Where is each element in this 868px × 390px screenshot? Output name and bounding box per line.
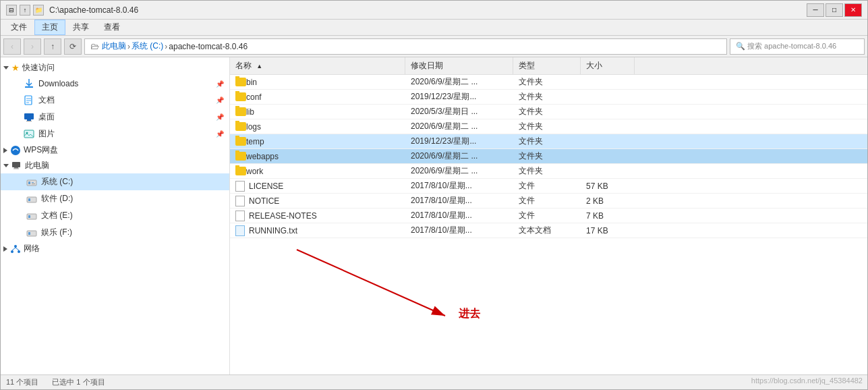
back-button[interactable]: ‹ <box>3 38 21 55</box>
downloads-icon <box>24 78 34 89</box>
folder-icon <box>235 107 246 116</box>
svg-point-22 <box>11 250 13 253</box>
svg-rect-5 <box>24 130 34 138</box>
file-txt-icon <box>235 225 245 236</box>
refresh-button[interactable]: ⟳ <box>64 38 82 55</box>
table-row[interactable]: work 2020/6/9/星期二 ... 文件夹 <box>230 164 867 179</box>
file-list: 名称 ▲ 修改日期 类型 大小 bin 2020/6/9 <box>230 57 867 374</box>
table-row[interactable]: bin 2020/6/9/星期二 ... 文件夹 <box>230 75 867 90</box>
menu-file[interactable]: 文件 <box>3 20 34 35</box>
file-name-release: RELEASE-NOTES <box>230 209 405 223</box>
f-drive-icon <box>26 227 37 238</box>
quick-access-header[interactable]: ★ 快速访问 <box>1 60 229 76</box>
svg-point-7 <box>11 146 20 155</box>
file-doc-icon <box>235 181 245 192</box>
sidebar-item-desktop[interactable]: 桌面 📌 <box>1 109 229 126</box>
sidebar-item-documents[interactable]: 文档 📌 <box>1 92 229 109</box>
svg-rect-16 <box>28 198 30 201</box>
table-row[interactable]: lib 2020/5/3/星期日 ... 文件夹 <box>230 105 867 119</box>
table-row[interactable]: conf 2019/12/23/星期... 文件夹 <box>230 90 867 105</box>
file-type-logs: 文件夹 <box>513 119 581 134</box>
network-header[interactable]: 网络 <box>1 241 229 256</box>
up-button[interactable]: ↑ <box>44 38 61 55</box>
file-size-conf <box>581 96 635 99</box>
col-header-type[interactable]: 类型 <box>513 57 581 74</box>
status-bar: 11 个项目 已选中 1 个项目 <box>1 374 867 389</box>
title-bar-icons: ⊟ ↑ 📁 <box>6 5 44 16</box>
address-bar[interactable]: 🗁 此电脑 › 系统 (C:) › apache-tomcat-8.0.46 <box>84 38 727 55</box>
f-drive-label: 娱乐 (F:) <box>41 227 72 238</box>
svg-rect-8 <box>12 162 20 167</box>
sidebar-item-c[interactable]: 系统 (C:) <box>1 173 229 190</box>
address-pc[interactable]: 此电脑 <box>102 40 126 52</box>
sidebar-item-f[interactable]: 娱乐 (F:) <box>1 224 229 241</box>
file-size-license: 57 KB <box>581 180 635 192</box>
file-name-notice: NOTICE <box>230 194 405 208</box>
menu-view[interactable]: 查看 <box>96 20 127 35</box>
col-header-name[interactable]: 名称 ▲ <box>230 57 405 74</box>
sidebar-item-e[interactable]: 文档 (E:) <box>1 207 229 224</box>
file-type-running: 文本文档 <box>513 223 581 238</box>
table-row[interactable]: LICENSE 2017/8/10/星期... 文件 57 KB <box>230 179 867 194</box>
col-header-date[interactable]: 修改日期 <box>405 57 513 74</box>
file-name-work: work <box>230 165 405 177</box>
watermark: https://blog.csdn.net/jq_45384482 <box>751 377 863 385</box>
table-row[interactable]: temp 2019/12/23/星期... 文件夹 <box>230 134 867 149</box>
wps-header[interactable]: WPS网盘 <box>1 142 229 158</box>
col-header-size[interactable]: 大小 <box>581 57 635 74</box>
forward-button[interactable]: › <box>24 38 41 55</box>
file-date-work: 2020/6/9/星期二 ... <box>405 164 513 178</box>
toolbar: ‹ › ↑ ⟳ 🗁 此电脑 › 系统 (C:) › apache-tomcat-… <box>1 36 867 57</box>
network-label: 网络 <box>24 243 40 254</box>
documents-icon <box>24 95 34 106</box>
file-name-license: LICENSE <box>230 179 405 193</box>
file-list-header: 名称 ▲ 修改日期 类型 大小 <box>230 57 867 75</box>
table-row[interactable]: RELEASE-NOTES 2017/8/10/星期... 文件 7 KB <box>230 208 867 223</box>
sidebar-item-pictures[interactable]: 图片 📌 <box>1 126 229 142</box>
svg-point-21 <box>14 245 17 248</box>
desktop-label: 桌面 <box>38 111 55 123</box>
file-name-bin: bin <box>230 76 405 88</box>
this-pc-header[interactable]: 此电脑 <box>1 158 229 173</box>
window: ⊟ ↑ 📁 C:\apache-tomcat-8.0.46 ─ □ ✕ 文件 主… <box>0 0 868 390</box>
file-size-lib <box>581 111 635 113</box>
file-name-lib: lib <box>230 106 405 118</box>
file-doc-icon <box>235 196 245 206</box>
d-drive-icon <box>26 194 37 204</box>
svg-rect-1 <box>25 96 32 105</box>
svg-rect-18 <box>28 215 30 218</box>
maximize-button[interactable]: □ <box>826 3 843 17</box>
table-row[interactable]: NOTICE 2017/8/10/星期... 文件 2 KB <box>230 194 867 208</box>
file-name-conf: conf <box>230 91 405 103</box>
file-type-bin: 文件夹 <box>513 75 581 89</box>
address-c[interactable]: 系统 (C:) <box>132 40 163 52</box>
file-date-license: 2017/8/10/星期... <box>405 179 513 193</box>
desktop-icon <box>24 112 34 123</box>
table-row[interactable]: logs 2020/6/9/星期二 ... 文件夹 <box>230 119 867 134</box>
menu-home[interactable]: 主页 <box>34 20 65 35</box>
folder-icon <box>235 78 246 86</box>
sidebar-item-d[interactable]: 软件 (D:) <box>1 190 229 207</box>
network-arrow <box>3 246 7 252</box>
table-row[interactable]: RUNNING.txt 2017/8/10/星期... 文本文档 17 KB <box>230 223 867 238</box>
quick-access-label: 快速访问 <box>22 62 55 74</box>
file-type-release: 文件 <box>513 208 581 223</box>
folder-icon <box>235 122 246 131</box>
svg-rect-20 <box>28 232 30 235</box>
folder-icon <box>235 137 246 146</box>
sidebar-item-downloads[interactable]: Downloads 📌 <box>1 76 229 92</box>
minimize-button[interactable]: ─ <box>807 3 824 17</box>
wps-label: WPS网盘 <box>24 144 58 156</box>
file-size-notice: 2 KB <box>581 195 635 207</box>
file-date-notice: 2017/8/10/星期... <box>405 194 513 208</box>
close-button[interactable]: ✕ <box>844 3 862 17</box>
main-area: ★ 快速访问 Downloads 📌 文档 📌 <box>1 57 867 374</box>
table-row-webapps[interactable]: webapps 2020/6/9/星期二 ... 文件夹 <box>230 149 867 164</box>
search-bar[interactable]: 🔍 搜索 apache-tomcat-8.0.46 <box>730 38 865 55</box>
file-date-bin: 2020/6/9/星期二 ... <box>405 75 513 89</box>
menu-share[interactable]: 共享 <box>65 20 96 35</box>
file-type-temp: 文件夹 <box>513 134 581 148</box>
svg-rect-13 <box>32 184 35 184</box>
file-size-logs <box>581 126 635 128</box>
file-name-logs: logs <box>230 121 405 133</box>
